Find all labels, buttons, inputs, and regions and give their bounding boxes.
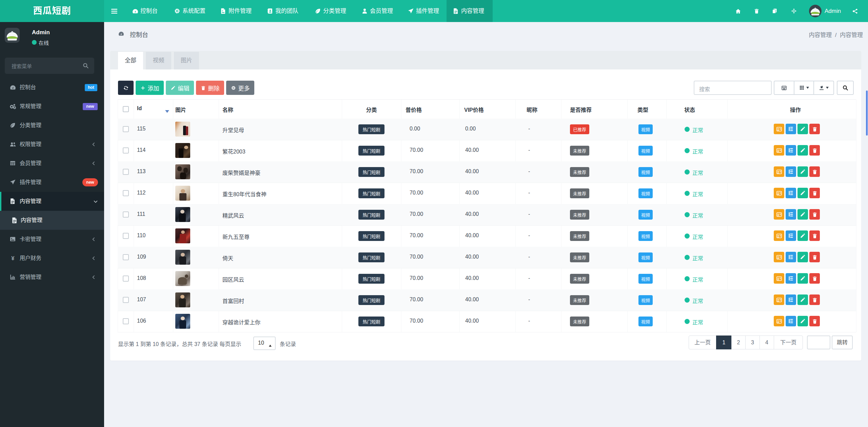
svg-text:¥: ¥ [11,255,15,262]
